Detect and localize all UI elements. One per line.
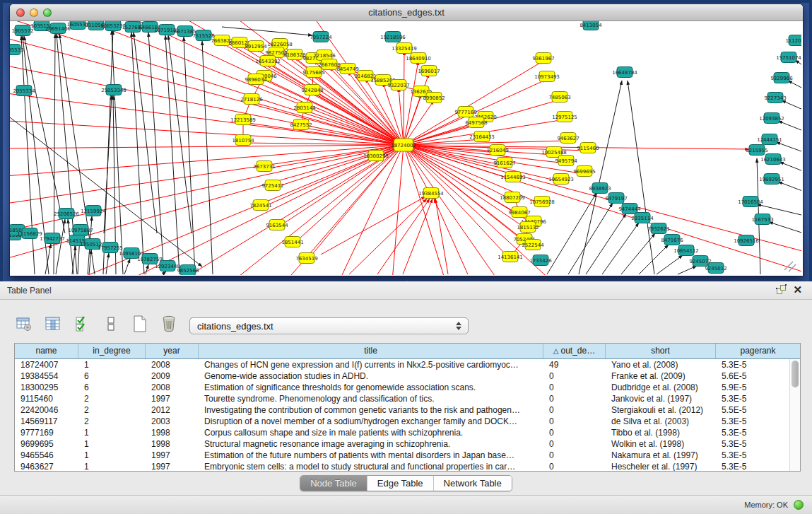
- graph-edge: [24, 36, 65, 233]
- show-columns-icon[interactable]: [43, 314, 63, 334]
- column-header-out_de[interactable]: △out_de…: [543, 344, 606, 358]
- table-cell: 9463627: [15, 461, 78, 471]
- column-header-in_degree[interactable]: in_degree: [78, 344, 146, 358]
- tab-node-table[interactable]: Node Table: [300, 476, 367, 491]
- table-cell: Genome-wide association studies in ADHD.: [199, 370, 543, 382]
- scrollbar-thumb[interactable]: [792, 361, 799, 387]
- graph-edge: [586, 214, 626, 274]
- column-header-year[interactable]: year: [146, 344, 199, 358]
- graph-node-label: 25206526: [54, 211, 79, 217]
- table-options-icon[interactable]: [14, 314, 34, 334]
- graph-node-label: 1216049: [486, 148, 508, 153]
- graph-edge: [779, 162, 801, 177]
- column-header-title[interactable]: title: [199, 344, 543, 358]
- table-cell: 1: [78, 359, 146, 370]
- vertical-scrollbar[interactable]: [789, 359, 800, 471]
- graph-node-label: 9699695: [573, 169, 595, 175]
- graph-node-label: 2055334: [13, 88, 35, 94]
- graph-edge: [788, 81, 801, 97]
- table-selector-value: citations_edges.txt: [190, 321, 452, 332]
- table-row[interactable]: 1456911722003Disruption of a novel membe…: [15, 416, 789, 427]
- delete-table-icon[interactable]: [159, 314, 179, 334]
- table-cell: Tourette syndrome. Phenomenology and cla…: [199, 393, 543, 404]
- graph-edge: [124, 259, 130, 274]
- graph-node-label: 6497568: [465, 120, 487, 126]
- graph-edge: [795, 60, 801, 76]
- table-row[interactable]: 969969511998Structural magnetic resonanc…: [15, 438, 789, 450]
- graph-node-label: 8990852: [423, 95, 445, 101]
- table-row[interactable]: 911546021997Tourette syndrome. Phenomeno…: [15, 393, 789, 404]
- table-cell: 18724007: [15, 359, 78, 370]
- graph-node-label: 7485063: [548, 95, 570, 100]
- graph-node-label: 12444151: [757, 137, 782, 143]
- table-row[interactable]: 2242004622012Investigating the contribut…: [15, 404, 789, 416]
- graph-edge: [778, 121, 801, 137]
- graph-edge: [404, 145, 505, 275]
- close-panel-icon[interactable]: ✕: [793, 285, 802, 294]
- table-cell: 2003: [146, 416, 199, 427]
- row-height-icon[interactable]: [101, 314, 121, 334]
- table-cell: 2008: [146, 382, 199, 393]
- graph-edge: [434, 199, 468, 274]
- graph-node-label: 15751074: [776, 55, 801, 61]
- table-selector-dropdown[interactable]: citations_edges.txt: [189, 317, 469, 334]
- graph-node-label: 10756928: [529, 199, 555, 205]
- graph-node-label: 9361967: [532, 56, 554, 62]
- table-cell: 19384554: [15, 370, 78, 382]
- table-cell: 2: [78, 393, 146, 404]
- graph-node-label: 9115460: [577, 146, 599, 151]
- table-row[interactable]: 1830029562008Estimation of significance …: [15, 382, 789, 393]
- tab-edge-table[interactable]: Edge Table: [367, 476, 433, 491]
- table-cell: 0: [543, 404, 606, 416]
- table-row[interactable]: 946362711997Embryonic stem cells: a mode…: [15, 461, 789, 471]
- table-cell: 1997: [146, 450, 199, 461]
- column-header-short[interactable]: short: [606, 344, 716, 358]
- graph-edge: [678, 266, 697, 274]
- memory-status-label: Memory: OK: [744, 501, 788, 509]
- table-row[interactable]: 1938455462009Genome-wide association stu…: [15, 370, 789, 382]
- table-cell: Yano et al. (2008): [606, 359, 716, 370]
- graph-node-label: 23164433: [469, 134, 495, 140]
- graph-node-label: 12093852: [759, 116, 784, 122]
- graph-node-label: 12975125: [552, 115, 577, 120]
- graph-node-label: 13325419: [392, 46, 417, 52]
- graph-edge: [404, 51, 404, 145]
- graph-node-label: 14958107: [119, 251, 144, 257]
- graph-node-label: 10654112: [673, 248, 699, 254]
- create-table-icon[interactable]: [130, 314, 150, 334]
- table-cell: Changes of HCN gene expression and I(f) …: [199, 359, 543, 370]
- graph-edge: [621, 233, 655, 274]
- table-cell: 14569117: [15, 416, 78, 427]
- column-header-name[interactable]: name: [15, 344, 78, 358]
- network-view[interactable]: 1905572103515720691406160553393105631085…: [10, 21, 801, 275]
- network-svg[interactable]: 1905572103515720691406160553393105631085…: [10, 21, 801, 275]
- column-header-pagerank[interactable]: pagerank: [716, 344, 800, 358]
- graph-node-label: 1696017: [418, 69, 440, 74]
- graph-node-label: 10975887: [68, 228, 93, 233]
- window-titlebar[interactable]: citations_edges.txt: [10, 4, 803, 21]
- graph-node-label: 16782759: [137, 257, 163, 262]
- graph-node-label: 9852566: [177, 268, 199, 274]
- table-cell: de Silva et al. (2003): [606, 416, 716, 427]
- table-cell: 22420046: [15, 404, 78, 416]
- table-cell: 5.3E-5: [716, 393, 789, 404]
- graph-node-label: 2718126: [240, 97, 263, 103]
- graph-node-label: 18807209: [500, 195, 525, 201]
- tab-network-table[interactable]: Network Table: [433, 476, 512, 491]
- table-cell: Nakamura et al. (1997): [606, 450, 716, 461]
- graph-node-label: 18300295: [363, 153, 389, 159]
- table-row[interactable]: 1872400712008Changes of HCN gene express…: [15, 359, 789, 370]
- table-row[interactable]: 977716911998Corpus callosum shape and si…: [15, 427, 789, 438]
- graph-node-label: 10926516: [734, 238, 759, 244]
- table-panel-title: Table Panel: [7, 286, 52, 296]
- graph-edge: [10, 145, 404, 262]
- graph-node-label: 16648784: [612, 70, 637, 76]
- float-panel-icon[interactable]: [777, 285, 786, 294]
- table-row[interactable]: 946554611997Estimation of the future num…: [15, 450, 789, 461]
- graph-node-label: 9463627: [557, 136, 579, 141]
- select-rows-icon[interactable]: [72, 314, 92, 334]
- graph-edge: [184, 37, 195, 274]
- table-cell: 9777169: [15, 427, 78, 438]
- graph-node-label: 18640910: [406, 56, 431, 62]
- graph-node-label: 9495794: [555, 158, 577, 164]
